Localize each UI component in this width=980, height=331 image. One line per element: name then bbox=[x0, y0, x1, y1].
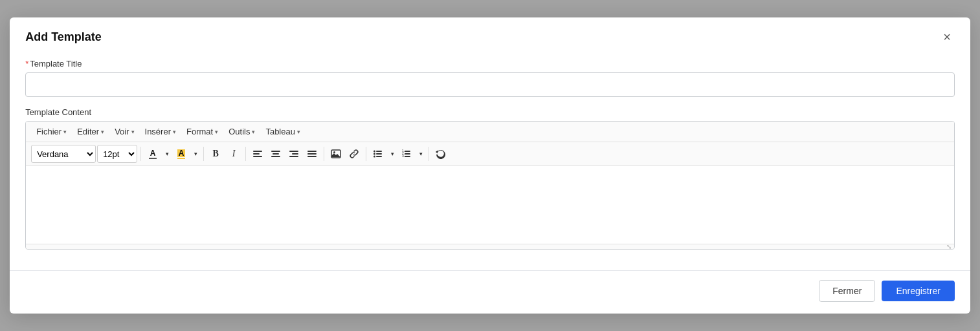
svg-rect-3 bbox=[271, 151, 280, 152]
svg-rect-1 bbox=[253, 153, 260, 155]
menu-tableau[interactable]: Tableau ▾ bbox=[260, 124, 306, 139]
svg-point-18 bbox=[373, 156, 375, 158]
toolbar-divider-3 bbox=[245, 147, 246, 161]
svg-rect-9 bbox=[307, 151, 317, 152]
resize-icon: ⤡ bbox=[946, 243, 952, 250]
ordered-list-button[interactable]: 1. 2. 3. bbox=[398, 145, 415, 162]
editor-toolbar: Verdana 12pt A ▾ A bbox=[26, 142, 954, 166]
svg-text:3.: 3. bbox=[402, 154, 405, 158]
link-icon bbox=[349, 149, 359, 159]
toolbar-divider-1 bbox=[140, 147, 141, 161]
menu-editer-chevron: ▾ bbox=[101, 129, 104, 135]
text-color-dropdown[interactable]: ▾ bbox=[162, 145, 172, 162]
editor-resize-bar: ⤡ bbox=[26, 244, 954, 249]
highlight-color-button[interactable]: A bbox=[173, 145, 190, 162]
align-justify-icon bbox=[307, 149, 317, 159]
undo-button[interactable] bbox=[432, 145, 449, 162]
svg-rect-0 bbox=[253, 151, 262, 152]
menu-tableau-label: Tableau bbox=[265, 127, 295, 136]
italic-button[interactable]: I bbox=[225, 145, 242, 162]
editor-wrapper: Fichier ▾ Editer ▾ Voir ▾ Insérer ▾ bbox=[25, 121, 955, 250]
add-template-modal: Add Template × *Template Title Template … bbox=[10, 17, 970, 314]
text-color-icon: A bbox=[150, 149, 156, 157]
ordered-list-icon: 1. 2. 3. bbox=[401, 149, 412, 159]
cancel-button[interactable]: Fermer bbox=[819, 280, 875, 302]
menu-format[interactable]: Format ▾ bbox=[181, 124, 223, 139]
svg-point-14 bbox=[373, 151, 375, 153]
menu-inserer[interactable]: Insérer ▾ bbox=[140, 124, 181, 139]
template-content-label: Template Content bbox=[25, 107, 955, 117]
highlight-color-icon: A bbox=[177, 149, 186, 157]
editor-menubar: Fichier ▾ Editer ▾ Voir ▾ Insérer ▾ bbox=[26, 122, 954, 142]
menu-editer[interactable]: Editer ▾ bbox=[72, 124, 109, 139]
modal-body: *Template Title Template Content Fichier… bbox=[10, 54, 970, 260]
modal-overlay: Add Template × *Template Title Template … bbox=[0, 0, 980, 331]
menu-fichier[interactable]: Fichier ▾ bbox=[31, 124, 72, 139]
svg-rect-6 bbox=[289, 151, 298, 152]
modal-header: Add Template × bbox=[10, 17, 970, 54]
svg-rect-10 bbox=[307, 153, 317, 155]
svg-rect-15 bbox=[376, 151, 382, 152]
menu-voir-chevron: ▾ bbox=[131, 129, 135, 135]
menu-editer-label: Editer bbox=[77, 127, 99, 136]
svg-rect-25 bbox=[405, 156, 410, 157]
svg-rect-5 bbox=[271, 156, 280, 157]
menu-inserer-label: Insérer bbox=[145, 127, 171, 136]
menu-outils[interactable]: Outils ▾ bbox=[223, 124, 260, 139]
svg-rect-11 bbox=[307, 156, 317, 157]
align-center-button[interactable] bbox=[267, 145, 284, 162]
template-title-label: *Template Title bbox=[25, 59, 955, 69]
svg-rect-7 bbox=[292, 153, 298, 155]
close-button[interactable]: × bbox=[939, 29, 955, 45]
menu-outils-label: Outils bbox=[228, 127, 250, 136]
toolbar-divider-4 bbox=[324, 147, 324, 161]
unordered-list-icon bbox=[373, 149, 383, 159]
toolbar-divider-2 bbox=[203, 147, 204, 161]
menu-fichier-chevron: ▾ bbox=[63, 129, 67, 135]
font-family-select[interactable]: Verdana bbox=[31, 145, 96, 163]
ordered-list-dropdown[interactable]: ▾ bbox=[416, 145, 425, 162]
svg-point-16 bbox=[373, 153, 375, 155]
insert-link-button[interactable] bbox=[346, 145, 362, 162]
svg-rect-23 bbox=[405, 153, 410, 155]
highlight-color-underline bbox=[177, 158, 185, 159]
align-right-button[interactable] bbox=[285, 145, 302, 162]
font-size-select[interactable]: 12pt bbox=[97, 145, 137, 163]
template-title-input[interactable] bbox=[25, 72, 955, 97]
toolbar-divider-6 bbox=[429, 147, 429, 161]
svg-point-13 bbox=[333, 151, 335, 153]
save-button[interactable]: Enregistrer bbox=[882, 281, 954, 301]
editor-content-area[interactable] bbox=[26, 166, 954, 244]
menu-inserer-chevron: ▾ bbox=[173, 129, 176, 135]
svg-rect-8 bbox=[289, 156, 298, 157]
menu-format-chevron: ▾ bbox=[215, 129, 218, 135]
required-star: * bbox=[25, 59, 28, 69]
align-left-icon bbox=[252, 149, 263, 159]
svg-rect-4 bbox=[273, 153, 279, 155]
svg-rect-17 bbox=[376, 153, 382, 155]
unordered-list-button[interactable] bbox=[370, 145, 386, 162]
align-right-icon bbox=[289, 149, 299, 159]
text-color-underline bbox=[149, 158, 157, 159]
highlight-color-dropdown[interactable]: ▾ bbox=[191, 145, 200, 162]
svg-rect-21 bbox=[405, 151, 410, 152]
menu-tableau-chevron: ▾ bbox=[297, 129, 300, 135]
menu-voir-label: Voir bbox=[115, 127, 129, 136]
bold-button[interactable]: B bbox=[207, 145, 224, 162]
toolbar-divider-5 bbox=[366, 147, 366, 161]
text-color-button[interactable]: A bbox=[144, 145, 161, 162]
svg-rect-2 bbox=[253, 156, 262, 157]
menu-outils-chevron: ▾ bbox=[252, 129, 255, 135]
undo-icon bbox=[436, 149, 446, 159]
modal-footer: Fermer Enregistrer bbox=[10, 271, 970, 314]
menu-format-label: Format bbox=[186, 127, 213, 136]
menu-voir[interactable]: Voir ▾ bbox=[109, 124, 139, 139]
align-justify-button[interactable] bbox=[304, 145, 320, 162]
menu-fichier-label: Fichier bbox=[36, 127, 61, 136]
insert-image-button[interactable] bbox=[328, 145, 344, 162]
modal-title: Add Template bbox=[25, 30, 102, 44]
image-icon bbox=[331, 149, 341, 159]
align-left-button[interactable] bbox=[249, 145, 266, 162]
unordered-list-dropdown[interactable]: ▾ bbox=[388, 145, 397, 162]
svg-rect-19 bbox=[376, 156, 382, 157]
